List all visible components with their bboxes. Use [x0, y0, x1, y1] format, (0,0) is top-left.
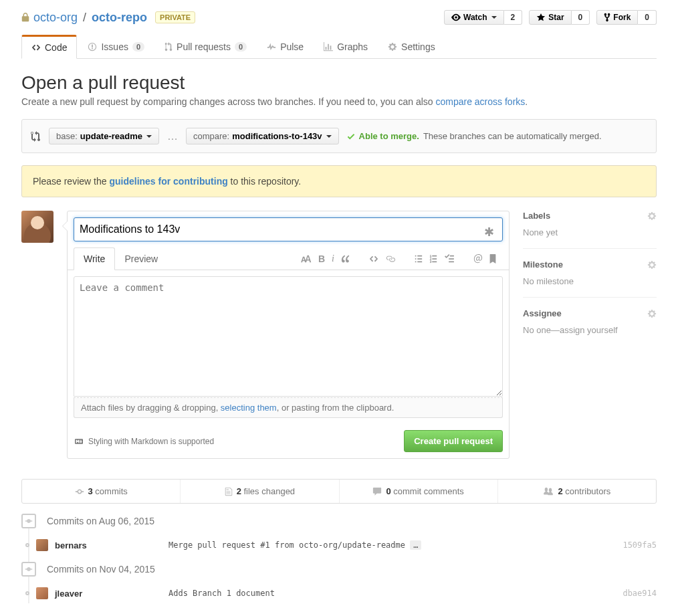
repo-link[interactable]: octo-repo [92, 11, 147, 24]
guidelines-link[interactable]: guidelines for contributing [109, 176, 227, 187]
eye-icon [451, 13, 461, 22]
bookmark-icon[interactable] [487, 251, 499, 267]
comment-tabs: Write Preview B i [68, 247, 509, 270]
commits-group-icon [21, 514, 36, 528]
select-files-link[interactable]: selecting them [221, 403, 277, 413]
stat-commits[interactable]: 3 commits [22, 480, 181, 503]
commit-sha[interactable]: dbae914 [623, 589, 657, 598]
repo-title: octo-org / octo-repo Private [21, 11, 195, 25]
code-icon[interactable] [366, 251, 381, 267]
milestone-content: No milestone [523, 276, 657, 286]
star-icon [536, 13, 546, 22]
page-title: Open a pull request [21, 72, 657, 94]
comment-box: ✱ Write Preview B i [67, 211, 510, 459]
italic-icon[interactable]: i [329, 251, 337, 267]
labels-title: Labels [523, 211, 550, 221]
commit-timeline: Commits on Aug 06, 2015 bernars Merge pu… [21, 514, 657, 603]
milestone-title: Milestone [523, 260, 563, 270]
mention-icon[interactable] [471, 251, 485, 267]
milestone-section: Milestone No milestone [523, 260, 657, 298]
watch-button[interactable]: Watch [444, 10, 504, 25]
code-icon [31, 43, 41, 52]
commit-sha[interactable]: 1509fa5 [623, 540, 657, 550]
attach-bar[interactable]: Attach files by dragging & dropping, sel… [74, 397, 503, 418]
ul-icon[interactable] [412, 251, 425, 267]
commits-group-icon [21, 562, 36, 577]
base-branch-button[interactable]: base: update-readme [49, 128, 159, 144]
page-subtitle: Create a new pull request by comparing c… [21, 96, 657, 107]
create-pr-button[interactable]: Create pull request [404, 430, 503, 452]
commit-message[interactable]: Merge pull request #1 from octo-org/upda… [168, 540, 616, 550]
milestone-gear-icon[interactable] [647, 260, 657, 270]
pr-sidebar: Labels None yet Milestone No milestone A… [523, 211, 657, 356]
markdown-toolbar: B i [167, 251, 503, 267]
expand-ellipsis[interactable]: … [410, 540, 421, 550]
contributing-notice: Please review the guidelines for contrib… [21, 165, 657, 197]
labels-gear-icon[interactable] [647, 211, 657, 221]
write-tab[interactable]: Write [74, 247, 115, 270]
task-list-icon[interactable] [441, 251, 457, 267]
tab-settings[interactable]: Settings [378, 35, 445, 58]
commit-icon [75, 487, 84, 496]
tab-pull-requests[interactable]: Pull requests0 [155, 35, 256, 58]
tab-code[interactable]: Code [21, 35, 77, 59]
star-button[interactable]: Star [529, 10, 571, 25]
commit-group-header: Commits on Nov 04, 2015 [21, 562, 657, 577]
compare-branch-button[interactable]: compare: modifications-to-143v [186, 128, 339, 144]
preview-tab[interactable]: Preview [115, 248, 167, 270]
pulse-icon [267, 42, 276, 52]
commit-avatar[interactable] [36, 539, 48, 551]
diff-stats: 3 commits 2 files changed 0 commit comme… [21, 479, 657, 504]
org-link[interactable]: octo-org [33, 11, 78, 25]
star-count[interactable]: 0 [572, 10, 590, 25]
markdown-note[interactable]: Styling with Markdown is supported [74, 437, 214, 446]
repo-tabs: Code Issues0 Pull requests0 Pulse Graphs… [21, 35, 657, 59]
commit-avatar[interactable] [36, 587, 48, 599]
commit-row[interactable]: jleaver Adds Branch 1 document dbae914 [21, 583, 657, 603]
watch-count[interactable]: 2 [504, 10, 523, 25]
compare-forks-link[interactable]: compare across forks [435, 96, 525, 107]
pr-icon [164, 42, 173, 52]
assignee-content[interactable]: No one—assign yourself [523, 325, 657, 335]
timeline-dot [25, 591, 29, 595]
assignee-title: Assignee [523, 308, 562, 318]
issue-icon [88, 42, 97, 52]
text-size-icon[interactable] [298, 251, 314, 267]
privacy-badge: Private [155, 11, 195, 23]
gear-icon [388, 42, 397, 52]
social-buttons: Watch 2 Star 0 Fork 0 [444, 10, 657, 25]
comment-textarea[interactable] [74, 276, 503, 397]
commit-message[interactable]: Adds Branch 1 document [168, 589, 616, 598]
compare-box: base: update-readme … compare: modificat… [21, 119, 657, 153]
lock-icon [21, 13, 29, 22]
ol-icon[interactable] [427, 251, 440, 267]
labels-content: None yet [523, 227, 657, 237]
stat-contributors[interactable]: 2 contributors [498, 480, 656, 503]
graph-icon [324, 42, 333, 52]
fork-icon [604, 13, 610, 22]
bold-icon[interactable]: B [316, 251, 328, 267]
caret-down-icon [326, 135, 332, 138]
markdown-icon [74, 437, 84, 445]
stat-files[interactable]: 2 files changed [181, 480, 339, 503]
commit-author[interactable]: jleaver [55, 589, 162, 599]
tab-pulse[interactable]: Pulse [257, 35, 313, 58]
stat-comments[interactable]: 0 commit comments [340, 480, 498, 503]
link-icon[interactable] [382, 251, 399, 267]
ellipsis-icon: … [167, 130, 178, 142]
tab-graphs[interactable]: Graphs [314, 35, 377, 58]
repo-header: octo-org / octo-repo Private Watch 2 Sta… [21, 10, 657, 25]
check-icon [347, 132, 355, 141]
git-compare-icon [30, 131, 41, 142]
required-marker: ✱ [484, 225, 494, 239]
caret-down-icon [491, 16, 497, 19]
commit-row[interactable]: bernars Merge pull request #1 from octo-… [21, 535, 657, 555]
fork-button[interactable]: Fork [596, 10, 638, 25]
user-avatar[interactable] [21, 211, 53, 243]
tab-issues[interactable]: Issues0 [78, 35, 154, 58]
pr-title-input[interactable] [74, 217, 503, 241]
quote-icon[interactable] [338, 251, 353, 267]
commit-author[interactable]: bernars [55, 540, 162, 550]
fork-count[interactable]: 0 [638, 10, 657, 25]
assignee-gear-icon[interactable] [647, 309, 657, 318]
